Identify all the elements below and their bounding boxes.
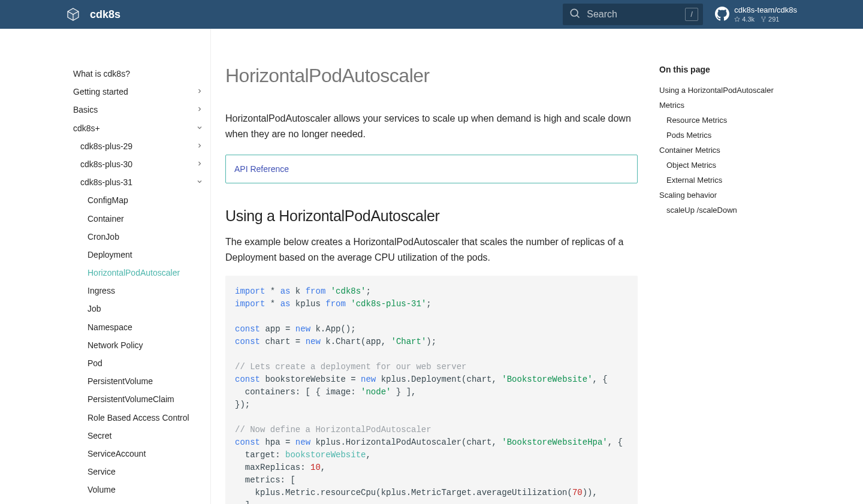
sidebar-nav: What is cdk8s?Getting startedBasicscdk8s… xyxy=(66,29,211,504)
chevron-right-icon xyxy=(196,104,203,115)
toc-item[interactable]: Object Metrics xyxy=(659,158,790,173)
sidebar-item[interactable]: Volume xyxy=(66,481,210,499)
site-title[interactable]: cdk8s xyxy=(90,8,120,21)
toc-title: On this page xyxy=(659,65,790,74)
sidebar-item-label: Container xyxy=(87,213,124,224)
header: cdk8s / cdk8s-team/cdk8s xyxy=(0,0,863,29)
api-reference-link[interactable]: API Reference xyxy=(234,164,289,174)
code-block: import * as k from 'cdk8s'; import * as … xyxy=(225,276,638,504)
sidebar-item[interactable]: PersistentVolume xyxy=(66,372,210,390)
sidebar-item[interactable]: Namespace xyxy=(66,318,210,336)
chevron-right-icon xyxy=(196,86,203,97)
sidebar-item-label: CronJob xyxy=(87,231,119,242)
sidebar-item[interactable]: CronJob xyxy=(66,228,210,246)
sidebar-item-label: Role Based Access Control xyxy=(87,412,189,423)
toc-item[interactable]: Pods Metrics xyxy=(659,128,790,143)
api-reference-box: API Reference xyxy=(225,155,638,183)
github-icon xyxy=(715,7,729,23)
toc-item[interactable]: Scaling behavior xyxy=(659,188,790,203)
sidebar-item[interactable]: Basics xyxy=(66,101,210,119)
sidebar-item[interactable]: ConfigMap xyxy=(66,191,210,209)
chevron-down-icon xyxy=(196,177,203,188)
search-icon xyxy=(569,7,581,22)
sidebar-item-label: Getting started xyxy=(73,86,128,97)
sidebar-item[interactable]: PersistentVolumeClaim xyxy=(66,390,210,408)
svg-point-7 xyxy=(763,21,764,22)
svg-point-5 xyxy=(762,17,763,18)
sidebar-item-label: Ingress xyxy=(87,285,115,296)
svg-point-6 xyxy=(765,17,766,18)
intro-paragraph: HorizontalPodAutoscaler allows your serv… xyxy=(225,111,638,141)
sidebar-item-label: Deployment xyxy=(87,249,132,260)
repo-forks: 291 xyxy=(761,16,779,23)
search-box[interactable]: / xyxy=(563,4,703,25)
github-repo-link[interactable]: cdk8s-team/cdk8s 4.3k 291 xyxy=(715,5,797,23)
chevron-down-icon xyxy=(196,123,203,134)
sidebar-item-label: PersistentVolume xyxy=(87,376,153,387)
search-input[interactable] xyxy=(587,9,681,20)
table-of-contents: On this page Using a HorizontalPodAutosc… xyxy=(652,29,797,504)
sidebar-item-label: Volume xyxy=(87,484,116,495)
main-content: HorizontalPodAutoscaler HorizontalPodAut… xyxy=(210,29,652,504)
sidebar-item[interactable]: Role Based Access Control xyxy=(66,409,210,427)
sidebar-item[interactable]: CLI xyxy=(66,499,210,505)
sidebar-item-label: What is cdk8s? xyxy=(73,68,130,79)
sidebar-item[interactable]: Pod xyxy=(66,354,210,372)
repo-stars: 4.3k xyxy=(734,16,755,23)
sidebar-item[interactable]: cdk8s+ xyxy=(66,119,210,137)
repo-name: cdk8s-team/cdk8s xyxy=(734,5,797,15)
logo-icon[interactable] xyxy=(66,7,80,22)
toc-item[interactable]: Metrics xyxy=(659,98,790,113)
sidebar-item-label: HorizontalPodAutoscaler xyxy=(87,267,180,278)
sidebar-item-label: Network Policy xyxy=(87,340,143,351)
sidebar-item-label: Service xyxy=(87,466,116,477)
sidebar-item[interactable]: Secret xyxy=(66,427,210,445)
example-paragraph: The example below creates a HorizontalPo… xyxy=(225,234,638,265)
sidebar-item[interactable]: Getting started xyxy=(66,83,210,101)
section-using-hpa: Using a HorizontalPodAutoscaler xyxy=(225,207,638,225)
sidebar-item[interactable]: Job xyxy=(66,300,210,318)
chevron-right-icon xyxy=(196,141,203,152)
sidebar-item-label: ConfigMap xyxy=(87,195,128,206)
svg-point-2 xyxy=(571,9,578,16)
sidebar-item[interactable]: Container xyxy=(66,210,210,228)
chevron-right-icon xyxy=(196,159,203,170)
sidebar-item-label: Secret xyxy=(87,430,111,441)
sidebar-item-label: cdk8s-plus-29 xyxy=(80,141,132,152)
sidebar-item[interactable]: What is cdk8s? xyxy=(66,65,210,83)
sidebar-item[interactable]: Service xyxy=(66,463,210,481)
sidebar-item[interactable]: cdk8s-plus-30 xyxy=(66,155,210,173)
sidebar-item[interactable]: Deployment xyxy=(66,246,210,264)
sidebar-item-label: cdk8s-plus-30 xyxy=(80,159,132,170)
sidebar-item[interactable]: Ingress xyxy=(66,282,210,300)
toc-item[interactable]: Container Metrics xyxy=(659,143,790,158)
page-title: HorizontalPodAutoscaler xyxy=(225,65,638,87)
sidebar-item-label: Namespace xyxy=(87,322,132,333)
toc-item[interactable]: External Metrics xyxy=(659,173,790,188)
svg-marker-4 xyxy=(735,17,740,22)
sidebar-item[interactable]: ServiceAccount xyxy=(66,445,210,463)
svg-line-3 xyxy=(577,16,580,18)
sidebar-item-label: Basics xyxy=(73,104,98,115)
sidebar-item[interactable]: Network Policy xyxy=(66,336,210,354)
search-shortcut-key: / xyxy=(685,8,698,21)
toc-item[interactable]: Resource Metrics xyxy=(659,113,790,128)
sidebar-item[interactable]: cdk8s-plus-31 xyxy=(66,173,210,191)
sidebar-item-label: cdk8s+ xyxy=(73,123,100,134)
sidebar-item[interactable]: cdk8s-plus-29 xyxy=(66,137,210,155)
sidebar-item[interactable]: HorizontalPodAutoscaler xyxy=(66,264,210,282)
sidebar-item-label: PersistentVolumeClaim xyxy=(87,394,174,405)
toc-item[interactable]: scaleUp /scaleDown xyxy=(659,203,790,218)
sidebar-item-label: ServiceAccount xyxy=(87,448,146,459)
toc-item[interactable]: Using a HorizontalPodAutoscaler xyxy=(659,83,790,98)
sidebar-item-label: Pod xyxy=(87,358,102,369)
sidebar-item-label: Job xyxy=(87,303,101,314)
sidebar-item-label: cdk8s-plus-31 xyxy=(80,177,132,188)
